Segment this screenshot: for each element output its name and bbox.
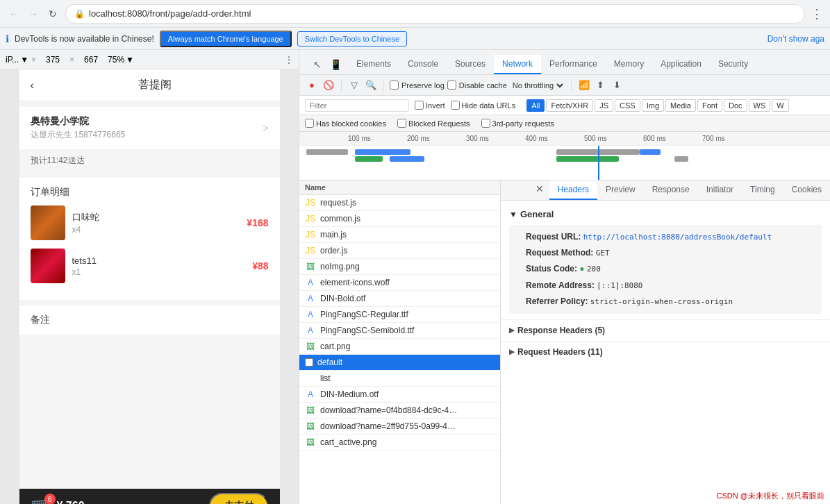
cart-total: ¥ 760 <box>57 500 85 504</box>
section-arrow: ▼ <box>509 210 517 219</box>
item2-image <box>31 249 65 283</box>
hide-data-input[interactable] <box>451 101 460 110</box>
preserve-log-input[interactable] <box>390 81 399 90</box>
cursor-icon[interactable]: ↖ <box>310 58 324 72</box>
file-item-din-bold[interactable]: A DIN-Bold.otf <box>299 291 500 307</box>
file-item-din-medium[interactable]: A DIN-Medium.otf <box>299 387 500 403</box>
filter-img[interactable]: Img <box>642 99 664 112</box>
switch-to-chinese-button[interactable]: Switch DevTools to Chinese <box>297 31 407 47</box>
back-button[interactable]: ← <box>7 7 21 21</box>
tab-application[interactable]: Application <box>652 55 710 74</box>
file-item-main-js[interactable]: JS main.js <box>299 227 500 243</box>
filter-css[interactable]: CSS <box>615 99 640 112</box>
tab-timing[interactable]: Timing <box>742 180 783 200</box>
disable-cache-checkbox[interactable]: Disable cache <box>447 81 507 90</box>
mobile-pane: iP... ▼ × × 75% ▼ ⋮ ‹ 菩提阁 <box>0 50 299 504</box>
more-options-button[interactable]: ⋮ <box>285 55 293 65</box>
zoom-dropdown[interactable]: 75% ▼ <box>108 55 134 65</box>
file-item-cart-active[interactable]: 🖼 cart_active.png <box>299 435 500 451</box>
filter-js[interactable]: JS <box>595 99 613 112</box>
file-item-download-1[interactable]: 🖼 download?name=0f4bd884-dc9c-4cf9- <box>299 403 500 419</box>
filter-media[interactable]: Media <box>665 99 696 112</box>
blocked-cookies-input[interactable] <box>305 119 314 128</box>
close-details-button[interactable]: ✕ <box>530 180 549 200</box>
file-item-noimg-png[interactable]: 🖼 noImg.png <box>299 259 500 275</box>
filter-fetch-xhr[interactable]: Fetch/XHR <box>546 99 593 112</box>
filter-all[interactable]: All <box>526 99 545 112</box>
tab-security[interactable]: Security <box>710 55 756 74</box>
general-section-title[interactable]: ▼ General <box>509 206 822 222</box>
file-item-cart-png[interactable]: 🖼 cart.png <box>299 339 500 355</box>
request-headers-title[interactable]: ▶ Request Headers (11) <box>509 344 822 360</box>
filter-doc[interactable]: Doc <box>724 99 747 112</box>
separator2 <box>383 79 384 92</box>
recipient-name: 奥特曼小学院 <box>31 115 126 128</box>
file-item-request-js[interactable]: JS request.js <box>299 195 500 211</box>
filter-input[interactable] <box>305 99 409 112</box>
tab-sources[interactable]: Sources <box>447 55 494 74</box>
has-blocked-cookies[interactable]: Has blocked cookies <box>305 119 386 128</box>
blocked-requests-input[interactable] <box>397 119 406 128</box>
forward-button[interactable]: → <box>26 7 40 21</box>
third-party-input[interactable] <box>481 119 490 128</box>
search-icon[interactable]: 🔍 <box>364 78 378 92</box>
height-input[interactable] <box>77 55 105 65</box>
third-party-requests[interactable]: 3rd-party requests <box>481 119 554 128</box>
tab-elements[interactable]: Elements <box>348 55 399 74</box>
tab-network[interactable]: Network <box>494 55 541 74</box>
file-item-common-js[interactable]: JS common.js <box>299 211 500 227</box>
width-input[interactable] <box>39 55 67 65</box>
file-item-pingfang-semibold[interactable]: A PingFangSC-Semibold.ttf <box>299 323 500 339</box>
filter-icon[interactable]: ▽ <box>347 78 361 92</box>
record-icon[interactable]: ● <box>305 78 319 92</box>
match-language-button[interactable]: Always match Chrome's language <box>160 31 292 47</box>
invert-input[interactable] <box>415 101 424 110</box>
tab-preview[interactable]: Preview <box>597 180 644 200</box>
filter-w[interactable]: W <box>772 99 788 112</box>
file-item-list[interactable]: list <box>299 371 500 387</box>
address-section[interactable]: 奥特曼小学院 达显示先生 15874776665 > <box>19 107 280 149</box>
wifi-icon[interactable]: 📶 <box>577 78 591 92</box>
clear-icon[interactable]: 🚫 <box>322 78 335 92</box>
file-item-default[interactable]: default <box>299 355 500 371</box>
file-item-order-js[interactable]: JS order.js <box>299 243 500 259</box>
file-item-pingfang-regular[interactable]: A PingFangSC-Regular.ttf <box>299 307 500 323</box>
device-icon[interactable]: 📱 <box>329 58 342 72</box>
preserve-log-checkbox[interactable]: Preserve log <box>390 81 445 90</box>
item1-quantity: x4 <box>72 225 240 235</box>
address-bar[interactable]: 🔒 localhost:8080/front/page/add-order.ht… <box>65 4 805 24</box>
checkout-button[interactable]: 去支付 <box>209 493 269 504</box>
hide-data-checkbox[interactable]: Hide data URLs <box>451 101 516 110</box>
mobile-back-arrow[interactable]: ‹ <box>31 79 34 92</box>
throttle-select[interactable]: No throttling <box>510 81 565 90</box>
filter-ws[interactable]: WS <box>749 99 771 112</box>
file-item-element-icons[interactable]: A element-icons.woff <box>299 275 500 291</box>
tab-response[interactable]: Response <box>644 180 698 200</box>
tab-cookies[interactable]: Cookies <box>783 180 830 200</box>
filename: request.js <box>320 198 356 208</box>
file-item-download-2[interactable]: 🖼 download?name=2ff9d755-0a99-4816- <box>299 419 500 435</box>
tab-initiator[interactable]: Initiator <box>698 180 742 200</box>
invert-checkbox[interactable]: Invert <box>415 101 445 110</box>
item2-name: tets11 <box>72 255 246 266</box>
filter-font[interactable]: Font <box>697 99 722 112</box>
tab-performance[interactable]: Performance <box>541 55 606 74</box>
file-checkbox[interactable] <box>305 358 313 367</box>
tab-headers[interactable]: Headers <box>549 180 597 200</box>
address-info: 奥特曼小学院 达显示先生 15874776665 <box>31 115 126 141</box>
filename: common.js <box>320 214 360 224</box>
upload-icon[interactable]: ⬆ <box>594 78 608 92</box>
disable-cache-input[interactable] <box>447 81 456 90</box>
blocked-requests[interactable]: Blocked Requests <box>397 119 470 128</box>
filename: default <box>317 358 342 367</box>
third-party-label: 3rd-party requests <box>492 119 554 128</box>
refresh-button[interactable]: ↻ <box>46 7 60 21</box>
tab-memory[interactable]: Memory <box>606 55 652 74</box>
dont-show-link[interactable]: Don't show aga <box>767 34 824 44</box>
tab-console[interactable]: Console <box>399 55 447 74</box>
response-headers-title[interactable]: ▶ Response Headers (5) <box>509 323 822 338</box>
browser-menu-button[interactable]: ⋮ <box>811 6 823 22</box>
download-icon[interactable]: ⬇ <box>611 78 624 92</box>
zoom-value: 75% <box>108 55 124 65</box>
device-dropdown[interactable]: iP... ▼ <box>6 55 28 65</box>
